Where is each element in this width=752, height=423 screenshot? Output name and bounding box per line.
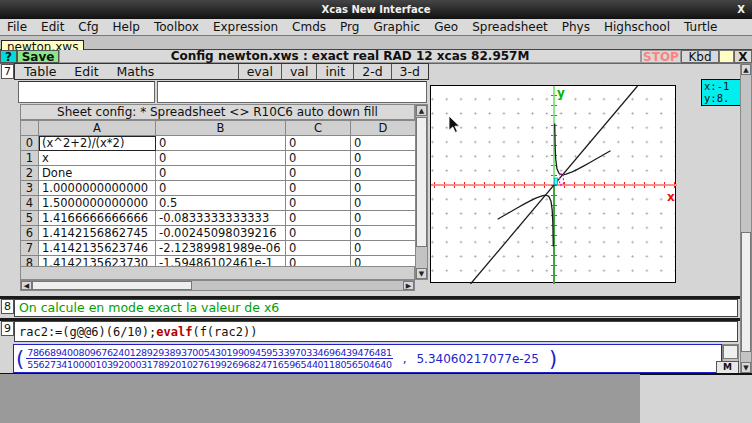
cell-B8[interactable]: -1.59486102461e-1: [156, 256, 286, 267]
menu-item-geo[interactable]: Geo: [427, 20, 465, 34]
cell-C8[interactable]: 0: [286, 256, 351, 267]
cell-C4[interactable]: 0: [286, 196, 351, 211]
menu-item-highschool[interactable]: Highschool: [597, 20, 677, 34]
cell-A4[interactable]: 1.5000000000000: [39, 196, 156, 211]
row-header-0[interactable]: 0: [21, 136, 39, 151]
hscroll-right-icon[interactable]: ▶: [403, 281, 414, 290]
window-close-icon[interactable]: X: [737, 0, 745, 19]
cell-content-input[interactable]: [157, 81, 427, 103]
cell-B3[interactable]: 0: [156, 181, 286, 196]
session-scrollbar[interactable]: ▲ ▼: [740, 63, 752, 374]
cell-D2[interactable]: 0: [351, 166, 416, 181]
cell-B4[interactable]: 0.5: [156, 196, 286, 211]
menu-item-expression[interactable]: Expression: [206, 20, 285, 34]
cell-A7[interactable]: 1.4142135623746: [39, 241, 156, 256]
menu-item-cfg[interactable]: Cfg: [71, 20, 105, 34]
row-header-1[interactable]: 1: [21, 151, 39, 166]
sheet-button-3-d[interactable]: 3-d: [391, 64, 428, 79]
row-header-6[interactable]: 6: [21, 226, 39, 241]
sheet-config-line[interactable]: Sheet config: * Spreadsheet <> R10C6 aut…: [20, 104, 415, 120]
row-header-7[interactable]: 7: [21, 241, 39, 256]
help-button[interactable]: ?: [0, 50, 17, 63]
vscroll-down-icon[interactable]: ▼: [416, 268, 427, 279]
cell-A1[interactable]: x: [39, 151, 156, 166]
cell-C6[interactable]: 0: [286, 226, 351, 241]
col-header-c[interactable]: C: [286, 121, 351, 136]
cell-A3[interactable]: 1.0000000000000: [39, 181, 156, 196]
cell-D8[interactable]: 0: [351, 256, 416, 267]
cell-C0[interactable]: 0: [286, 136, 351, 151]
cell-A5[interactable]: 1.4166666666666: [39, 211, 156, 226]
menu-item-edit[interactable]: Edit: [34, 20, 71, 34]
row-header-4[interactable]: 4: [21, 196, 39, 211]
menu-item-help[interactable]: Help: [106, 20, 147, 34]
result-output[interactable]: ( 78668940080967624012892938937005430199…: [13, 344, 722, 373]
menu-item-turtle[interactable]: Turtle: [677, 20, 724, 34]
cell-B2[interactable]: 0: [156, 166, 286, 181]
sheet-button-eval[interactable]: eval: [238, 64, 281, 79]
row-header-2[interactable]: 2: [21, 166, 39, 181]
comment-line[interactable]: On calcule en mode exact la valeur de x6: [14, 299, 738, 317]
cell-A6[interactable]: 1.4142156862745: [39, 226, 156, 241]
sheet-menu-table[interactable]: Table: [15, 64, 65, 79]
row-header-3[interactable]: 3: [21, 181, 39, 196]
hscroll-left-icon[interactable]: ◀: [21, 281, 32, 290]
cell-B1[interactable]: 0: [156, 151, 286, 166]
cell-D7[interactable]: 0: [351, 241, 416, 256]
kbd-toggle-button[interactable]: Kbd: [681, 50, 719, 63]
menu-item-file[interactable]: File: [0, 20, 34, 34]
stop-button[interactable]: STOP: [641, 50, 681, 63]
menu-item-cmds[interactable]: Cmds: [285, 20, 333, 34]
row-header-5[interactable]: 5: [21, 211, 39, 226]
sheet-button-init[interactable]: init: [316, 64, 353, 79]
cell-C3[interactable]: 0: [286, 181, 351, 196]
cell-D0[interactable]: 0: [351, 136, 416, 151]
session-scroll-thumb[interactable]: [741, 232, 751, 352]
command-input[interactable]: rac2:=(g@@6)(6/10); evalf(f(rac2)): [14, 321, 738, 342]
sheet-vscrollbar[interactable]: ▲ ▼: [415, 104, 428, 280]
cell-C1[interactable]: 0: [286, 151, 351, 166]
corner-cell[interactable]: [21, 121, 39, 136]
cell-D6[interactable]: 0: [351, 226, 416, 241]
cell-B0[interactable]: 0: [156, 136, 286, 151]
col-header-d[interactable]: D: [351, 121, 416, 136]
row-header-8[interactable]: 8: [21, 256, 39, 267]
cell-C5[interactable]: 0: [286, 211, 351, 226]
cell-D4[interactable]: 0: [351, 196, 416, 211]
cell-A0[interactable]: (x^2+2)/(x*2): [39, 136, 156, 151]
sheet-button-2-d[interactable]: 2-d: [353, 64, 390, 79]
cell-A2[interactable]: Done: [39, 166, 156, 181]
menu-item-phys[interactable]: Phys: [555, 20, 597, 34]
cell-B5[interactable]: -0.0833333333333: [156, 211, 286, 226]
save-button[interactable]: Save: [17, 50, 59, 63]
hscroll-thumb[interactable]: [32, 281, 192, 290]
col-header-a[interactable]: A: [39, 121, 156, 136]
entry-number-7[interactable]: 7: [1, 64, 14, 79]
cell-D5[interactable]: 0: [351, 211, 416, 226]
entry-number-8[interactable]: 8: [1, 299, 14, 314]
cell-D1[interactable]: 0: [351, 151, 416, 166]
graph-canvas[interactable]: y x: [430, 85, 676, 283]
cell-C7[interactable]: 0: [286, 241, 351, 256]
sheet-hscrollbar[interactable]: ◀ ▶: [20, 280, 415, 291]
cell-C2[interactable]: 0: [286, 166, 351, 181]
session-close-button[interactable]: X: [734, 50, 752, 63]
menu-item-toolbox[interactable]: Toolbox: [147, 20, 206, 34]
vscroll-up-icon[interactable]: ▲: [416, 105, 427, 116]
cell-D3[interactable]: 0: [351, 181, 416, 196]
menu-item-graphic[interactable]: Graphic: [366, 20, 427, 34]
cell-reference-input[interactable]: [18, 81, 155, 103]
session-scroll-up-icon[interactable]: ▲: [741, 64, 751, 75]
menu-item-prg[interactable]: Prg: [333, 20, 366, 34]
session-scroll-down-icon[interactable]: ▼: [741, 362, 751, 373]
cell-B6[interactable]: -0.00245098039216: [156, 226, 286, 241]
entry-number-9[interactable]: 9: [1, 321, 14, 336]
cell-B7[interactable]: -2.12389981989e-06: [156, 241, 286, 256]
menu-item-spreadsheet[interactable]: Spreadsheet: [465, 20, 555, 34]
config-status[interactable]: Config newton.xws : exact real RAD 12 xc…: [59, 50, 641, 63]
sheet-menu-edit[interactable]: Edit: [65, 64, 107, 79]
vscroll-thumb[interactable]: [416, 117, 427, 247]
cell-A8[interactable]: 1.4142135623730: [39, 256, 156, 267]
result-scroll-thumb[interactable]: [723, 345, 738, 359]
sheet-menu-maths[interactable]: Maths: [108, 64, 164, 79]
